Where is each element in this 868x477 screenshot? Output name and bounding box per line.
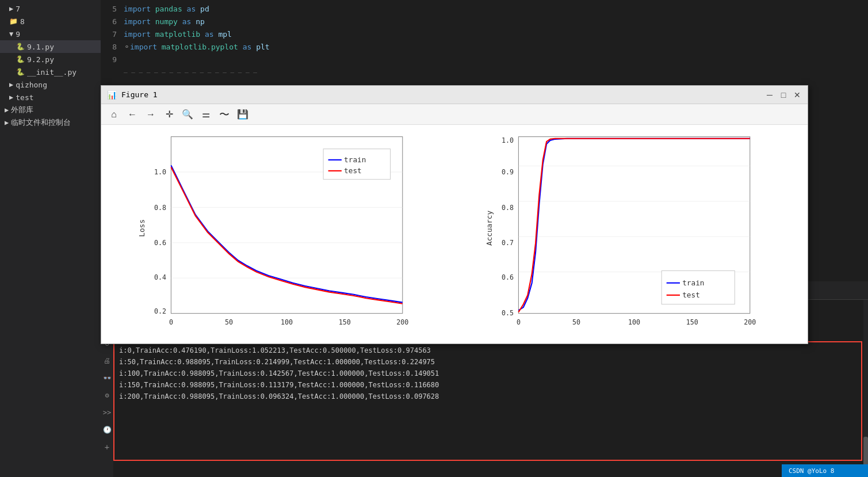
svg-text:0.4: 0.4 <box>154 273 166 281</box>
svg-text:Accuarcy: Accuarcy <box>485 210 494 245</box>
loss-svg: 0.2 0.4 0.6 0.8 1.0 0 50 100 150 200 Los… <box>113 131 449 338</box>
settings-icon[interactable]: ⚙ <box>102 391 112 400</box>
line-number: 7 <box>101 30 124 39</box>
line-number: 8 <box>101 43 124 51</box>
figure-toolbar: ⌂ ← → ✛ 🔍 ⚌ 〜 💾 <box>101 104 808 125</box>
folder-closed-icon: ▶ <box>9 81 13 89</box>
svg-text:train: train <box>682 278 704 287</box>
code-content: import pandas as pd <box>124 5 868 13</box>
console-line-1: i:50,TrainAcc:0.988095,TrainLoss:0.21499… <box>119 356 856 368</box>
code-line-8: 8 ⚬import matplotlib.pyplot as plt <box>101 40 868 53</box>
code-content: — — — — — — — — — — — — — — — — — — <box>124 68 868 76</box>
folder-closed-icon: ▶ <box>9 5 13 13</box>
python-file-icon: 🐍 <box>16 43 25 51</box>
sidebar-item-qizhong[interactable]: ▶ qizhong <box>0 78 101 91</box>
svg-text:0.6: 0.6 <box>502 273 514 281</box>
folder-icon: 📁 <box>9 17 18 25</box>
line-number: 6 <box>101 17 124 26</box>
sidebar-item-init-py[interactable]: 🐍 __init__.py <box>0 66 101 78</box>
sidebar-item-9[interactable]: ▼ 9 <box>0 28 101 40</box>
save-button[interactable]: 💾 <box>235 106 251 123</box>
print-icon[interactable]: 🖨 <box>102 356 112 365</box>
code-line-hint: — — — — — — — — — — — — — — — — — — <box>101 66 868 78</box>
status-bar: CSDN @YoLo 8 <box>782 464 868 477</box>
line-number: 9 <box>101 55 124 64</box>
clock-icon[interactable]: 🕐 <box>102 425 112 434</box>
svg-text:100: 100 <box>628 318 640 326</box>
figure-title: 📊 Figure 1 <box>107 90 158 100</box>
folder-closed-icon: ▶ <box>9 93 13 101</box>
svg-text:150: 150 <box>686 318 698 326</box>
svg-text:0.8: 0.8 <box>502 204 514 212</box>
console-line-3: i:150,TrainAcc:0.988095,TrainLoss:0.1131… <box>119 379 856 391</box>
svg-text:0: 0 <box>517 318 521 326</box>
svg-text:200: 200 <box>396 318 408 326</box>
svg-text:test: test <box>344 166 362 175</box>
chevron-right-icon[interactable]: >> <box>102 408 112 417</box>
python-file-icon: 🐍 <box>16 55 25 63</box>
python-file-icon: 🐍 <box>16 68 25 76</box>
svg-text:0.6: 0.6 <box>154 239 166 247</box>
add-icon[interactable]: + <box>102 442 112 452</box>
folder-closed-icon: ▶ <box>5 119 9 127</box>
figure-icon: 📊 <box>107 90 117 100</box>
svg-text:0.9: 0.9 <box>502 168 514 176</box>
close-button[interactable]: ✕ <box>793 90 802 100</box>
folder-open-icon: ▼ <box>9 30 13 38</box>
svg-text:100: 100 <box>281 318 293 326</box>
sidebar-item-temp-files[interactable]: ▶ 临时文件和控制台 <box>0 116 101 129</box>
sidebar-item-9-1-py[interactable]: 🐍 9.1.py <box>0 40 101 53</box>
figure-window-controls: ─ □ ✕ <box>765 90 802 100</box>
svg-text:train: train <box>344 155 366 164</box>
svg-text:1.0: 1.0 <box>154 168 166 176</box>
svg-text:1.0: 1.0 <box>502 136 514 144</box>
code-editor: 5 import pandas as pd 6 import numpy as … <box>101 0 868 92</box>
svg-text:0.8: 0.8 <box>154 204 166 212</box>
lines-button[interactable]: 〜 <box>216 106 232 123</box>
svg-text:150: 150 <box>339 318 351 326</box>
svg-text:50: 50 <box>572 318 580 326</box>
svg-text:0.5: 0.5 <box>502 309 514 317</box>
zoom-button[interactable]: 🔍 <box>179 106 196 123</box>
sidebar-item-external-libs[interactable]: ▶ 外部库 <box>0 104 101 116</box>
console-line-4: i:200,TrainAcc:0.988095,TrainLoss:0.0963… <box>119 391 856 402</box>
home-button[interactable]: ⌂ <box>106 106 122 123</box>
console-line-2: i:100,TrainAcc:0.988095,TrainLoss:0.1425… <box>119 368 856 379</box>
minimize-button[interactable]: ─ <box>765 90 774 100</box>
sidebar-item-test[interactable]: ▶ test <box>0 91 101 104</box>
loss-chart: 0.2 0.4 0.6 0.8 1.0 0 50 100 150 200 Los… <box>113 131 449 338</box>
code-content: import numpy as np <box>124 17 868 26</box>
figure-titlebar: 📊 Figure 1 ─ □ ✕ <box>101 86 808 104</box>
code-content: import matplotlib as mpl <box>124 30 868 39</box>
line-number: 5 <box>101 5 124 13</box>
accuracy-chart: 0.5 0.6 0.7 0.8 0.9 1.0 0 50 100 150 200… <box>460 131 796 338</box>
sidebar-item-7[interactable]: ▶ 7 <box>0 2 101 15</box>
svg-text:Loss: Loss <box>137 219 146 237</box>
sidebar: ▶ 7 📁 8 ▼ 9 🐍 9.1.py 🐍 9.2.py 🐍 __init__… <box>0 0 101 477</box>
svg-text:0.2: 0.2 <box>154 307 166 315</box>
code-line-7: 7 import matplotlib as mpl <box>101 28 868 40</box>
glasses-icon[interactable]: 👓 <box>102 373 112 383</box>
code-line-9: 9 <box>101 53 868 66</box>
svg-text:0: 0 <box>169 318 173 326</box>
svg-text:0.7: 0.7 <box>502 239 514 247</box>
accuracy-svg: 0.5 0.6 0.7 0.8 0.9 1.0 0 50 100 150 200… <box>460 131 796 338</box>
console-line-0: i:0,TrainAcc:0.476190,TrainLoss:1.052213… <box>119 345 856 356</box>
chart-container: 0.2 0.4 0.6 0.8 1.0 0 50 100 150 200 Los… <box>113 131 796 338</box>
svg-text:test: test <box>682 291 700 299</box>
folder-closed-icon: ▶ <box>5 106 9 114</box>
forward-button[interactable]: → <box>143 106 159 123</box>
code-line-5: 5 import pandas as pd <box>101 2 868 15</box>
sidebar-item-8[interactable]: 📁 8 <box>0 15 101 28</box>
code-line-6: 6 import numpy as np <box>101 15 868 28</box>
maximize-button[interactable]: □ <box>779 90 788 100</box>
sidebar-item-9-2-py[interactable]: 🐍 9.2.py <box>0 53 101 66</box>
figure-content: 0.2 0.4 0.6 0.8 1.0 0 50 100 150 200 Los… <box>101 125 808 344</box>
code-content: ⚬import matplotlib.pyplot as plt <box>124 43 868 51</box>
console-output-box: i:0,TrainAcc:0.476190,TrainLoss:1.052213… <box>113 341 862 461</box>
figure-window: 📊 Figure 1 ─ □ ✕ ⌂ ← → ✛ 🔍 ⚌ 〜 💾 <box>101 85 808 344</box>
scrollbar[interactable] <box>863 300 868 477</box>
back-button[interactable]: ← <box>124 106 140 123</box>
pan-button[interactable]: ✛ <box>161 106 177 123</box>
config-button[interactable]: ⚌ <box>198 106 214 123</box>
